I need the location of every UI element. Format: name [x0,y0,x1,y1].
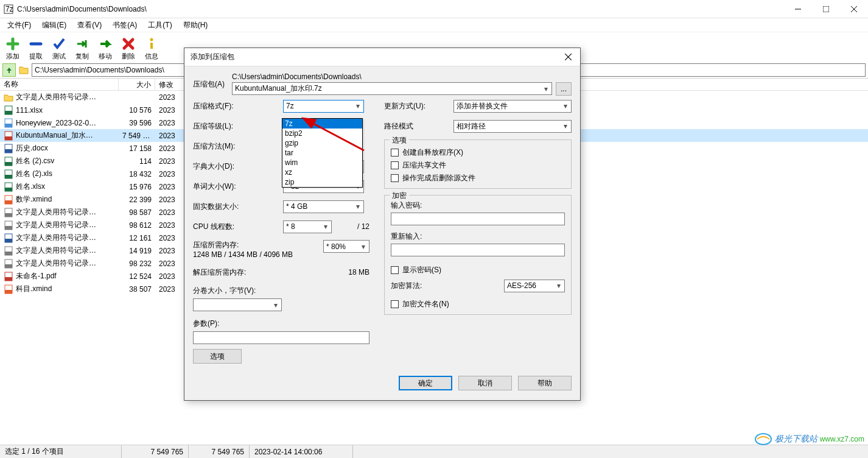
format-option[interactable]: gzip [282,138,362,148]
file-icon [4,195,13,205]
file-name: 姓名.xlsx [16,181,45,192]
options-group-title: 选项 [390,135,409,146]
mem-decomp-value: 18 MB [348,268,369,277]
menu-bookmark[interactable]: 书签(A) [108,19,142,32]
showpwd-checkbox-row[interactable]: 显示密码(S) [391,265,565,275]
mem-percent-combo[interactable]: * 80%▾ [323,240,369,253]
format-option[interactable]: wim [282,158,362,167]
watermark-text: 极光下载站 [775,434,817,445]
file-size: 7 549 765 [119,132,155,140]
copy-icon [75,37,89,51]
toolbar-minus-button[interactable]: 提取 [27,37,45,61]
toolbar-move-button[interactable]: 移动 [96,37,114,61]
svg-rect-13 [5,136,12,140]
menu-help[interactable]: 帮助(H) [178,19,213,32]
toolbar-info-button[interactable]: 信息 [142,37,161,61]
file-name: 姓名 (2).xls [16,169,52,179]
file-date: 2023 [155,259,186,268]
encnames-checkbox-row[interactable]: 加密文件名(N) [391,299,565,309]
encrypt-group-title: 加密 [390,191,409,201]
status-size1: 7 549 765 [122,445,189,458]
password2-input[interactable] [391,244,565,256]
svg-rect-33 [5,264,12,268]
column-size[interactable]: 大小 [119,79,155,90]
svg-point-7 [150,38,153,41]
file-name: KubuntuManual_加水… [16,130,93,141]
format-option[interactable]: bzip2 [282,129,362,138]
toolbar-check-button[interactable]: 测试 [50,37,68,61]
svg-rect-3 [823,6,829,12]
statusbar: 选定 1 / 16 个项目 7 549 765 7 549 765 2023-0… [0,445,868,458]
app-icon: 7z [4,4,13,14]
mem-decomp-label: 解压缩所需内存: [193,267,348,278]
svg-rect-11 [5,124,12,127]
format-option[interactable]: tar [282,148,362,158]
file-date: 2023 [155,234,186,242]
browse-button[interactable]: ... [556,82,572,96]
svg-text:7z: 7z [5,5,13,13]
format-option[interactable]: xz [282,167,362,177]
column-date[interactable]: 修改 [155,79,186,90]
chevron-down-icon: ▾ [359,242,368,251]
level-label: 压缩等级(L): [193,121,283,132]
svg-rect-15 [5,149,12,153]
dialog-close-button[interactable] [556,48,580,66]
format-option[interactable]: 7z [282,119,362,129]
column-name[interactable]: 名称 [0,79,119,90]
options-button[interactable]: 选项 [193,349,242,364]
sfx-checkbox-row[interactable]: 创建自释放程序(X) [391,147,565,158]
up-button[interactable] [2,63,16,77]
chevron-down-icon: ▾ [561,122,570,131]
toolbar-label: 移动 [99,52,112,61]
pathmode-combo[interactable]: 相对路径▾ [453,120,572,133]
format-dropdown: 7zbzip2gziptarwimxzzip [282,118,363,188]
params-input[interactable] [193,331,369,344]
ok-button[interactable]: 确定 [399,376,452,390]
file-date: 2023 [155,208,186,217]
toolbar-plus-button[interactable]: 添加 [4,37,22,61]
window-close-button[interactable] [840,0,868,18]
share-checkbox-row[interactable]: 压缩共享文件 [391,160,565,171]
file-icon [4,246,13,256]
window-minimize-button[interactable] [784,0,812,18]
file-icon [4,284,13,294]
file-size: 15 976 [119,183,155,191]
share-label: 压缩共享文件 [402,160,446,171]
menu-view[interactable]: 查看(V) [72,19,107,32]
pathmode-label: 路径模式 [384,121,453,132]
checkbox-icon [391,174,399,182]
threads-label: CPU 线程数: [193,222,283,232]
solid-label: 固实数据大小: [193,202,283,212]
file-icon [4,118,13,128]
file-date: 2023 [155,144,186,153]
split-combo[interactable]: ▾ [193,298,282,311]
window-maximize-button[interactable] [812,0,840,18]
threads-max: / 12 [332,222,369,231]
solid-combo[interactable]: * 4 GB▾ [283,200,364,213]
toolbar-copy-button[interactable]: 复制 [73,37,91,61]
cancel-button[interactable]: 取消 [458,376,512,390]
file-date: 2023 [155,285,186,294]
format-combo[interactable]: 7z ▾ [283,100,364,113]
archive-name-combo[interactable]: KubuntuManual_加水印.7z ▾ [232,82,552,95]
help-button[interactable]: 帮助 [518,376,572,390]
delete-icon [121,37,136,51]
menu-tools[interactable]: 工具(T) [143,19,177,32]
menu-edit[interactable]: 编辑(E) [37,19,71,32]
update-combo[interactable]: 添加并替换文件▾ [453,100,572,113]
checkbox-icon [391,149,399,157]
file-date: 2023 [155,157,186,166]
toolbar-label: 信息 [145,52,158,61]
format-option[interactable]: zip [282,177,362,187]
delete-checkbox-row[interactable]: 操作完成后删除源文件 [391,173,565,183]
archive-path: C:\Users\admin\Documents\Downloads\ [232,72,572,81]
enc-method-combo[interactable]: AES-256▾ [504,280,565,292]
password-input[interactable] [391,213,565,225]
menu-file[interactable]: 文件(F) [2,19,36,32]
split-label: 分卷大小，字节(V): [193,286,369,296]
threads-combo[interactable]: * 8▾ [283,220,332,233]
toolbar-delete-button[interactable]: 删除 [119,37,138,61]
file-name: 文字是人类用符号记录… [16,245,96,256]
file-icon [4,259,13,269]
file-size: 10 576 [119,106,155,114]
